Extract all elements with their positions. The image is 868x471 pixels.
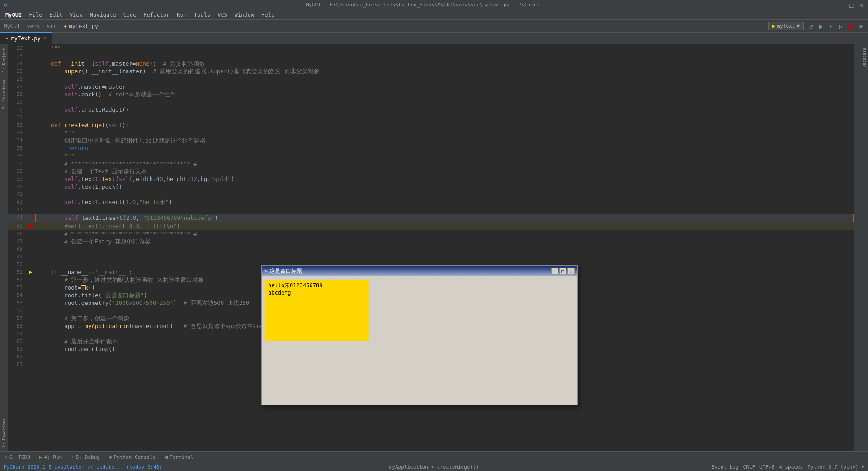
- todo-label: 6: TODO: [9, 452, 30, 463]
- menu-file[interactable]: File: [25, 10, 46, 20]
- structure-panel-label[interactable]: 2: Structure: [1, 76, 7, 113]
- maximize-button[interactable]: □: [848, 2, 854, 8]
- stop-icon[interactable]: ■: [847, 23, 854, 30]
- run-tab-icon: ▶: [39, 452, 42, 463]
- main-layout: 1: Project 2: Structure 2: Favorites 22 …: [0, 44, 868, 451]
- code-line-48: 48: [8, 245, 854, 253]
- nav-venv[interactable]: venv: [27, 23, 40, 29]
- menu-window[interactable]: Window: [231, 10, 258, 20]
- python-console-icon: ⊙: [109, 452, 112, 463]
- title-bar-right: ─ □ ✕: [838, 2, 864, 8]
- project-panel-label[interactable]: 1: Project: [1, 44, 7, 76]
- nav-file[interactable]: myText.py: [69, 23, 98, 29]
- terminal-icon: ▤: [165, 452, 168, 463]
- close-button[interactable]: ✕: [858, 2, 864, 8]
- nav-project[interactable]: MyGUI: [4, 23, 20, 29]
- code-line-36: 36 """: [8, 152, 854, 160]
- code-line-44: 44 self.text1.insert(2.0, "0123456789\na…: [8, 214, 854, 222]
- code-line-35: 35 :return:: [8, 144, 854, 152]
- status-left: PyCharm 2020.1.3 available: // Update...…: [4, 464, 162, 470]
- popup-maximize-button[interactable]: □: [559, 268, 566, 274]
- code-line-28: 28 self.pack() # self本身就是一个组件: [8, 90, 854, 98]
- code-line-33: 33 """: [8, 129, 854, 137]
- debug-tab-label: 5: Debug: [76, 452, 100, 463]
- menu-tools[interactable]: Tools: [190, 10, 214, 20]
- side-panel-right: Database: [860, 44, 868, 451]
- popup-title-text: 这是窗口标题: [269, 267, 302, 275]
- menu-mygui[interactable]: MyGUI: [2, 10, 25, 20]
- file-icon: ✦: [63, 23, 67, 29]
- database-panel-label[interactable]: Database: [861, 44, 868, 71]
- text-widget: hello宋0123456789 abcdefg: [265, 280, 369, 341]
- code-line-38: 38 # 创建一个Text 显示多行文本: [8, 167, 854, 175]
- indent[interactable]: 4 spaces: [779, 464, 803, 470]
- code-line-49: 49: [8, 253, 854, 261]
- breadcrumb: myApplication > createWidget(): [389, 464, 479, 470]
- run-tab[interactable]: ▶ 4: Run: [35, 452, 66, 463]
- encoding[interactable]: UTF-8: [760, 464, 774, 470]
- tkinter-popup-window: ✎ 这是窗口标题 ─ □ ✕ hello宋0123456789 abcdefg: [261, 265, 578, 405]
- event-log-button[interactable]: Event Log: [712, 464, 739, 470]
- menu-code[interactable]: Code: [120, 10, 140, 20]
- terminal-tab[interactable]: ▤ Terminal: [160, 452, 198, 463]
- tab-label: myText.py: [11, 35, 41, 42]
- nav-src[interactable]: src: [47, 23, 57, 29]
- popup-minimize-button[interactable]: ─: [551, 268, 558, 274]
- code-line-39: 39 self.text1=Text(self,width=40,height=…: [8, 175, 854, 183]
- editor-scrollbar[interactable]: [854, 44, 860, 451]
- python-console-tab[interactable]: ⊙ Python Console: [104, 452, 160, 463]
- debug-icon[interactable]: ⚡: [827, 23, 835, 30]
- editor[interactable]: 22 """ 23 24 def __init__(self,master=No…: [8, 44, 854, 451]
- python-version[interactable]: Python 3.7 (venv) ♦: [807, 464, 864, 470]
- tab-close-button[interactable]: ×: [43, 36, 46, 41]
- code-line-46: 46 # ***********************************…: [8, 230, 854, 238]
- run-config-icon: ▶: [772, 23, 775, 29]
- menu-refactor[interactable]: Refactor: [140, 10, 174, 20]
- bottom-panel-tabs: ✎ 6: TODO ▶ 4: Run ⚡ 5: Debug ⊙ Python C…: [0, 451, 868, 463]
- todo-tab[interactable]: ✎ 6: TODO: [0, 452, 35, 463]
- popup-titlebar: ✎ 这是窗口标题 ─ □ ✕: [262, 266, 577, 276]
- menu-navigate[interactable]: Navigate: [86, 10, 120, 20]
- menu-view[interactable]: View: [66, 10, 86, 20]
- code-line-47: 47 # 创建一个Entry 存放单行内容: [8, 238, 854, 245]
- run-config-label: myText: [777, 23, 795, 29]
- menu-vcs[interactable]: VCS: [214, 10, 231, 20]
- menu-run[interactable]: Run: [173, 10, 190, 20]
- title-bar-center: MyGUI - E:\Tsinghua_University\Python_St…: [306, 2, 540, 8]
- refresh-icon[interactable]: ↺: [807, 23, 815, 30]
- tab-mytext[interactable]: ✦ myText.py ×: [0, 32, 52, 44]
- coverage-icon[interactable]: ▷: [837, 23, 844, 30]
- code-line-29: 29: [8, 98, 854, 106]
- build-icon[interactable]: ⚒: [857, 23, 864, 30]
- line-ending[interactable]: CRLF: [743, 464, 755, 470]
- status-right: Event Log CRLF UTF-8 4 spaces Python 3.7…: [712, 464, 864, 470]
- minimize-button[interactable]: ─: [838, 2, 844, 8]
- title-bar: ⚙ MyGUI - E:\Tsinghua_University\Python_…: [0, 0, 868, 10]
- run-icon[interactable]: ▶: [817, 23, 825, 30]
- code-line-24: 24 def __init__(self,master=None): # 定义构…: [8, 60, 854, 67]
- update-notification[interactable]: PyCharm 2020.1.3 available: // Update...…: [4, 464, 162, 470]
- tab-file-icon: ✦: [5, 35, 9, 41]
- terminal-label: Terminal: [170, 452, 193, 463]
- debug-tab[interactable]: ⚡ 5: Debug: [66, 452, 104, 463]
- favorites-panel-label[interactable]: 2: Favorites: [1, 414, 7, 451]
- menu-bar: MyGUI File Edit View Navigate Code Refac…: [0, 10, 868, 20]
- code-line-25: 25 super().__init__(master) # 调用父类的构造器,s…: [8, 67, 854, 75]
- popup-icon: ✎: [264, 268, 268, 274]
- code-line-45: 45 #self.text1.insert(3.3, "lllll\n"): [8, 222, 854, 230]
- code-line-26: 26: [8, 75, 854, 83]
- run-config-arrow: ▼: [797, 23, 800, 29]
- code-line-34: 34 创建窗口中的对象(创建组件),self就是这个组件容器: [8, 137, 854, 144]
- tab-bar: ✦ myText.py ×: [0, 33, 868, 44]
- code-line-23: 23: [8, 52, 854, 60]
- popup-close-button[interactable]: ✕: [567, 268, 575, 274]
- window-title: MyGUI - E:\Tsinghua_University\Python_St…: [306, 2, 540, 8]
- code-line-22: 22 """: [8, 44, 854, 52]
- popup-controls: ─ □ ✕: [551, 268, 575, 274]
- code-line-31: 31: [8, 114, 854, 121]
- todo-icon: ✎: [5, 452, 8, 463]
- menu-edit[interactable]: Edit: [46, 10, 66, 20]
- run-config-selector[interactable]: ▶ myText ▼: [768, 22, 804, 30]
- menu-help[interactable]: Help: [258, 10, 278, 20]
- side-panel-left: 1: Project 2: Structure 2: Favorites: [0, 44, 8, 451]
